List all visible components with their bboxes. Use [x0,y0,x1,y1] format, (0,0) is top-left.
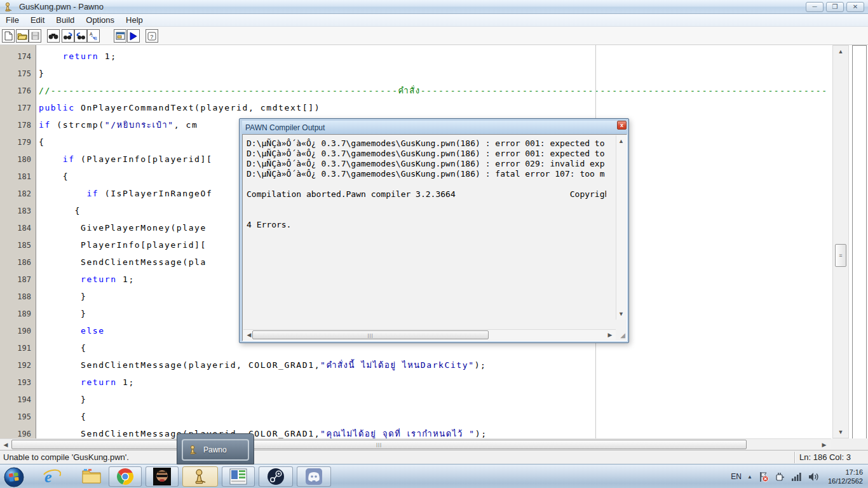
line-number: 174 [0,48,36,65]
clock-time: 17:16 [828,468,863,477]
dialog-vertical-scrollbar[interactable]: ▲ ▼ [616,135,626,320]
code-line-176[interactable]: //--------------------------------------… [39,82,832,99]
taskbar-clock[interactable]: 17:16 16/12/2562 [828,468,863,485]
folder-icon [81,467,102,485]
editor-app-icon [229,468,247,485]
steam-taskbar-button[interactable] [259,466,293,487]
help-button[interactable]: ? [146,29,158,43]
line-number: 188 [0,288,36,305]
close-button[interactable]: ✕ [846,2,864,12]
title-bar: GusKung.pwn - Pawno ─ ❐ ✕ [0,0,868,14]
chrome-icon [116,468,134,485]
dialog-scroll-down-arrow[interactable]: ▼ [616,309,626,318]
clock-date: 16/12/2562 [828,477,863,485]
line-number: 183 [0,202,36,219]
replace-button[interactable]: AB [87,29,100,43]
save-floppy-icon [31,32,39,40]
scroll-right-arrow[interactable]: ▶ [818,439,830,450]
line-number: 194 [0,391,36,408]
discord-taskbar-button[interactable] [297,466,331,487]
internet-explorer-button[interactable]: e [42,467,61,486]
menu-build[interactable]: Build [50,14,80,26]
menu-edit[interactable]: Edit [25,14,50,26]
windows-start-icon [4,467,24,487]
open-file-button[interactable] [16,29,29,43]
line-number: 191 [0,339,36,356]
menu-bar: FileEditBuildOptionsHelp [0,14,868,27]
dialog-scroll-up-arrow[interactable]: ▲ [616,137,626,146]
code-line-175[interactable]: } [39,65,832,82]
scrollbar-corner [831,438,868,450]
scroll-down-arrow[interactable]: ▼ [833,426,848,438]
compiler-output-text[interactable]: D:\µÑÇà»Ô´à«Ô¿ 0.3.7\gamemodes\GusKung.p… [247,139,606,318]
restore-button[interactable]: ❐ [826,2,844,12]
action-center-flag-icon[interactable] [758,471,769,482]
dialog-close-button[interactable]: x [617,121,627,130]
scroll-left-arrow[interactable]: ◀ [0,439,11,450]
dialog-resize-grip[interactable]: ◢ [618,332,625,339]
line-number: 184 [0,219,36,236]
new-file-icon [4,31,13,41]
code-line-195[interactable]: { [39,408,832,425]
compiler-output-dialog[interactable]: PAWN Compiler Output x D:\µÑÇà»Ô´à«Ô¿ 0.… [239,118,629,343]
volume-speaker-icon[interactable] [808,472,820,482]
line-number: 177 [0,99,36,116]
pawno-taskbar-button[interactable] [182,466,218,487]
output-window-icon [116,32,125,40]
editor-horizontal-scrollbar[interactable]: ◀ ||| ▶ [0,438,831,450]
new-file-button[interactable] [2,29,15,43]
line-number: 185 [0,236,36,254]
code-line-174[interactable]: return 1; [39,48,832,65]
network-signal-icon[interactable] [791,472,803,482]
code-line-192[interactable]: SendClientMessage(playerid, COLOR_GRAD1,… [39,356,832,374]
internet-explorer-icon: e [42,467,61,486]
gta-san-andreas-icon [153,468,171,485]
code-line-177[interactable]: public OnPlayerCommandText(playerid, cmd… [39,99,832,116]
discord-icon [305,468,323,485]
binoculars-icon [48,32,58,40]
line-number: 189 [0,305,36,322]
gta-sa-taskbar-button[interactable] [146,466,179,487]
function-list-panel[interactable] [852,45,867,450]
dialog-title-bar[interactable]: PAWN Compiler Output [242,121,627,134]
line-number: 178 [0,116,36,133]
code-line-194[interactable]: } [39,391,832,408]
pawno-tooltip-icon [188,445,198,455]
line-number: 176 [0,82,36,99]
find-button[interactable] [47,29,60,43]
minimize-button[interactable]: ─ [806,2,824,12]
power-plug-icon[interactable] [775,471,785,482]
svg-text:?: ? [150,33,153,39]
code-line-193[interactable]: return 1; [39,374,832,391]
compiler-window-button[interactable] [114,29,126,43]
dialog-scroll-right-arrow[interactable]: ▶ [606,330,614,339]
dialog-horizontal-scroll-thumb[interactable]: ||| [252,330,489,339]
windows-explorer-button[interactable] [81,467,102,485]
taskbar-thumbnail-tooltip: Pawno [177,433,254,464]
status-message: Unable to compile 'GusKung.pwn'. [3,452,129,462]
chrome-taskbar-button[interactable] [109,466,142,487]
compile-run-button[interactable] [127,29,140,43]
show-hidden-icons-chevron[interactable]: ▲ [747,474,752,480]
horizontal-scroll-thumb[interactable]: ||| [11,440,747,449]
vertical-scroll-thumb[interactable]: ≡ [835,244,846,267]
dialog-horizontal-scrollbar[interactable]: ◀ ||| ▶ [243,329,616,340]
line-number: 180 [0,151,36,168]
menu-file[interactable]: File [0,14,25,26]
tooltip-inner[interactable]: Pawno [182,439,249,461]
editor-vertical-scrollbar[interactable]: ▲ ≡ ▼ [832,45,849,438]
menu-help[interactable]: Help [120,14,149,26]
code-line-196[interactable]: SendClientMessage(playerid, COLOR_GRAD1,… [39,425,832,438]
line-number: 182 [0,185,36,202]
line-number: 179 [0,133,36,151]
find-previous-button[interactable] [74,29,87,43]
start-button[interactable] [4,467,24,487]
scroll-up-arrow[interactable]: ▲ [833,46,848,57]
language-indicator[interactable]: EN [731,472,742,481]
menu-options[interactable]: Options [80,14,120,26]
tooltip-app-name: Pawno [203,445,227,454]
editor-app-taskbar-button[interactable] [222,466,255,487]
toolbar: AB ? [0,27,868,45]
save-button[interactable] [29,29,41,43]
find-next-button[interactable] [62,29,74,43]
